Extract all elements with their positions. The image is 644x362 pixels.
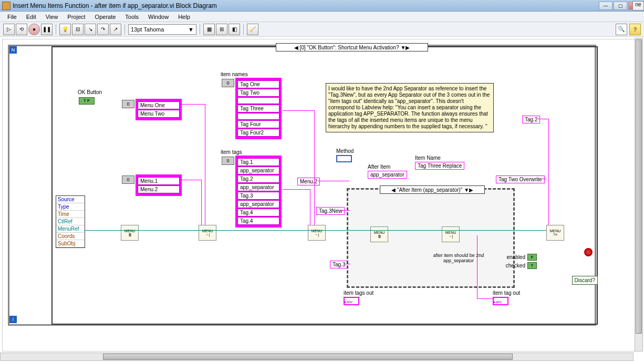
comment-note[interactable]: I would like to have the 2nd App Separat… xyxy=(326,83,494,132)
prev-case-icon[interactable]: ◀ xyxy=(390,187,397,193)
search-button[interactable]: 🔍 xyxy=(616,24,627,35)
item-tags-out-indicator[interactable]: ▸abc xyxy=(344,297,359,305)
array-cell[interactable]: Tag.4 xyxy=(237,217,279,225)
inner-case-text: "After Item (app_separator)" xyxy=(397,187,462,193)
wire xyxy=(538,119,548,119)
highlight-button[interactable]: 💡 xyxy=(59,24,71,35)
array-cell[interactable]: Tag.1 xyxy=(237,158,279,166)
while-loop[interactable]: N i ◀ [0] "OK Button": Shortcut Menu Act… xyxy=(8,45,596,326)
menu-operate[interactable]: Operate xyxy=(91,13,120,21)
menu-window[interactable]: Window xyxy=(144,13,173,21)
insert-menu-node-inner[interactable]: MENU→| xyxy=(442,226,460,242)
align-button[interactable]: ▦ xyxy=(203,24,215,35)
array-cell[interactable]: Tag.3 xyxy=(237,192,279,200)
array-cell[interactable]: Tag One xyxy=(237,80,279,88)
help-button[interactable]: ? xyxy=(629,24,641,35)
event-data-cluster[interactable]: Source Type Time CtlRef MenuRef Coords S… xyxy=(56,195,85,248)
array-cell[interactable]: Tag Four2 xyxy=(237,129,279,137)
step-out-button[interactable]: ↗ xyxy=(110,24,121,35)
array-cell[interactable]: app_separator xyxy=(237,200,279,208)
inner-comment: after item should be 2nd app_separator xyxy=(427,253,490,263)
diagram-canvas[interactable]: N i ◀ [0] "OK Button": Shortcut Menu Act… xyxy=(2,39,635,351)
loop-n-terminal[interactable]: N xyxy=(9,46,17,54)
menu-info-node[interactable]: MENU?≡ xyxy=(546,225,564,241)
array-cell[interactable]: Tag.4 xyxy=(237,209,279,216)
array-index[interactable] xyxy=(122,175,134,184)
maximize-button[interactable]: ▢ xyxy=(614,2,627,10)
array-cell[interactable]: app_separator xyxy=(237,167,279,174)
inner-case-structure[interactable]: ◀ "After Item (app_separator)" ▼▶ MENU🗑 … xyxy=(347,188,515,288)
menu-tags-array[interactable]: Menu.1 Menu.2 xyxy=(136,174,182,196)
cluster-type: Type xyxy=(56,203,85,211)
item-names-array[interactable]: Tag One Tag Two Tag Three Tag Four Tag F… xyxy=(235,78,282,139)
array-index[interactable] xyxy=(222,79,234,87)
array-cell[interactable]: Tag Three xyxy=(237,105,279,112)
item-tags-array[interactable]: Tag.1 app_separator Tag.2 app_separator … xyxy=(235,156,282,227)
distribute-button[interactable]: ⊞ xyxy=(216,24,227,35)
event-case-selector[interactable]: ◀ [0] "OK Button": Shortcut Menu Activat… xyxy=(276,43,428,51)
pause-button[interactable]: ❚❚ xyxy=(41,24,53,35)
tag3-constant[interactable]: Tag.3 xyxy=(330,261,348,268)
array-cell[interactable]: Menu One xyxy=(138,101,180,109)
background-tab[interactable]: ne xyxy=(632,1,644,11)
array-cell[interactable] xyxy=(237,97,279,104)
menu-edit[interactable]: Edit xyxy=(22,13,40,21)
next-case-icon[interactable]: ▼▶ xyxy=(399,45,411,50)
scrollbar-thumb[interactable] xyxy=(636,39,642,334)
minimize-button[interactable]: — xyxy=(599,2,612,10)
item-name-constant[interactable]: Tag Three Replace xyxy=(415,162,464,170)
wire xyxy=(346,264,350,264)
menu-tools[interactable]: Tools xyxy=(121,13,143,21)
array-cell[interactable]: Menu Two xyxy=(138,110,180,118)
delete-menu-node[interactable]: MENU🗑 xyxy=(121,225,139,241)
next-case-icon[interactable]: ▼▶ xyxy=(462,187,475,193)
menu2-constant[interactable]: Menu.2 xyxy=(297,178,320,185)
insert-menu-node-1[interactable]: MENU→| xyxy=(199,225,216,241)
menu-names-array[interactable]: Menu One Menu Two xyxy=(136,99,182,120)
abort-button[interactable]: ● xyxy=(28,24,40,35)
delete-menu-node-inner[interactable]: MENU🗑 xyxy=(370,226,388,242)
step-into-button[interactable]: ↘ xyxy=(85,24,96,35)
cleanup-button[interactable]: 🧹 xyxy=(247,24,258,35)
horizontal-scrollbar[interactable] xyxy=(0,353,633,361)
font-selector[interactable]: 13pt Tahoma ▼ xyxy=(128,24,196,35)
array-cell[interactable] xyxy=(237,113,279,120)
toolbar: ▷ ⟲ ● ❚❚ 💡 ⊟ ↘ ↷ ↗ 13pt Tahoma ▼ ▦ ⊞ ◧ 🧹… xyxy=(0,22,644,37)
tag3new-constant[interactable]: Tag.3New xyxy=(316,207,345,215)
inner-case-selector[interactable]: ◀ "After Item (app_separator)" ▼▶ xyxy=(380,185,485,194)
step-over-button[interactable]: ↷ xyxy=(97,24,109,35)
menu-project[interactable]: Project xyxy=(63,13,89,21)
array-cell[interactable]: Tag.2 xyxy=(237,175,279,183)
menu-help[interactable]: Help xyxy=(174,13,194,21)
tag2-constant[interactable]: Tag.2 xyxy=(522,116,540,123)
enabled-indicator[interactable]: F xyxy=(527,254,537,261)
run-continuous-button[interactable]: ⟲ xyxy=(16,24,27,35)
tag-two-overwrite-constant[interactable]: Tag Two Overwrite xyxy=(496,175,545,183)
scrollbar-thumb[interactable] xyxy=(103,354,513,360)
array-cell[interactable]: Menu.2 xyxy=(138,185,180,193)
ok-button-terminal[interactable]: T F xyxy=(79,97,95,105)
prev-case-icon[interactable]: ◀ xyxy=(293,45,300,50)
array-cell[interactable]: Menu.1 xyxy=(138,177,180,185)
after-item-constant[interactable]: app_separator xyxy=(368,171,407,179)
array-cell[interactable]: Tag Four xyxy=(237,120,279,128)
checked-indicator[interactable]: T xyxy=(527,262,537,269)
event-structure[interactable]: ◀ [0] "OK Button": Shortcut Menu Activat… xyxy=(51,46,598,325)
menu-view[interactable]: View xyxy=(41,13,63,21)
run-button[interactable]: ▷ xyxy=(3,24,15,35)
wire xyxy=(542,179,546,179)
item-tag-out-indicator[interactable]: ▸abc xyxy=(493,297,508,305)
wire xyxy=(477,298,493,299)
array-cell[interactable]: Tag Two xyxy=(237,89,279,97)
array-index[interactable] xyxy=(122,100,134,108)
array-index[interactable] xyxy=(222,157,234,165)
insert-menu-node-2[interactable]: MENU→| xyxy=(308,225,326,241)
menu-file[interactable]: File xyxy=(3,13,21,21)
array-cell[interactable]: app_separator xyxy=(237,183,279,191)
method-enum[interactable] xyxy=(336,155,352,162)
reorder-button[interactable]: ◧ xyxy=(228,24,240,35)
vertical-scrollbar[interactable] xyxy=(635,38,643,351)
retain-wire-button[interactable]: ⊟ xyxy=(72,24,84,35)
discard-terminal[interactable]: Discard? xyxy=(572,276,598,285)
loop-i-terminal[interactable]: i xyxy=(9,316,17,323)
